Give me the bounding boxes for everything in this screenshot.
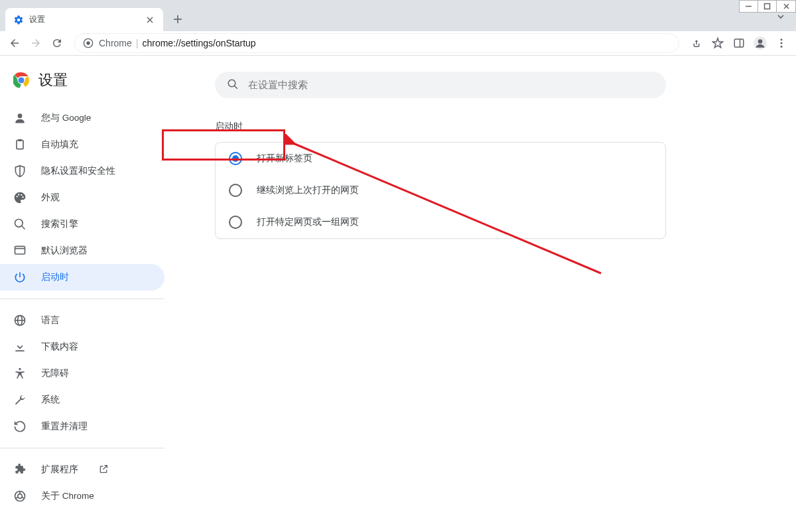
reset-icon (13, 420, 27, 433)
svg-point-20 (18, 113, 23, 118)
close-tab-icon[interactable] (145, 15, 155, 25)
section-title: 启动时 (215, 121, 796, 133)
tab-strip: 设置 (0, 0, 796, 31)
svg-point-14 (781, 38, 783, 40)
new-tab-button[interactable] (168, 10, 187, 29)
toolbar: Chrome|chrome://settings/onStartup (0, 31, 796, 56)
maximize-button[interactable] (758, 1, 777, 12)
open-external-icon (98, 464, 109, 476)
close-window-button[interactable] (777, 1, 795, 12)
nav-item[interactable]: 无障碍 (0, 360, 165, 387)
nav-label: 隐私设置和安全性 (41, 165, 115, 177)
search-icon (227, 78, 239, 92)
radio-option[interactable]: 打开特定网页或一组网页 (216, 206, 665, 238)
shield-icon (13, 165, 27, 178)
back-button[interactable] (5, 34, 24, 52)
nav-item[interactable]: 您与 Google (0, 105, 165, 131)
sidebar: 设置 您与 Google自动填充隐私设置和安全性外观搜索引擎默认浏览器启动时语言… (0, 56, 165, 532)
nav-item[interactable]: 自动填充 (0, 131, 165, 158)
address-bar-text: Chrome|chrome://settings/onStartup (99, 38, 256, 48)
tab-title: 设置 (29, 14, 139, 25)
tab-list-dropdown-icon[interactable] (776, 12, 785, 23)
nav-label: 下载内容 (41, 341, 78, 353)
nav-label: 外观 (41, 192, 60, 204)
radio-label: 继续浏览上次打开的网页 (257, 184, 359, 196)
nav-label: 默认浏览器 (41, 245, 88, 257)
nav-label: 重置并清理 (41, 421, 88, 432)
svg-rect-10 (734, 39, 744, 47)
svg-point-23 (17, 196, 18, 197)
page-body: 设置 您与 Google自动填充隐私设置和安全性外观搜索引擎默认浏览器启动时语言… (0, 56, 796, 532)
person-icon (13, 111, 27, 125)
nav-label: 关于 Chrome (41, 490, 94, 502)
nav-label: 自动填充 (41, 139, 78, 151)
download-icon (13, 340, 27, 354)
nav-item[interactable]: 搜索引擎 (0, 211, 165, 237)
browser-icon (13, 244, 27, 257)
nav-label: 扩展程序 (41, 464, 78, 476)
nav-item[interactable]: 启动时 (0, 264, 165, 291)
nav-item[interactable]: 下载内容 (0, 334, 165, 360)
nav-item[interactable]: 隐私设置和安全性 (0, 158, 165, 184)
search-input[interactable] (248, 80, 654, 90)
svg-point-13 (758, 39, 763, 44)
globe-icon (13, 314, 27, 327)
page-title: 设置 (38, 70, 68, 90)
address-bar-url: chrome://settings/onStartup (142, 38, 255, 48)
nav-item[interactable]: 扩展程序 (0, 456, 165, 483)
svg-point-27 (15, 220, 23, 228)
clipboard-icon (13, 138, 27, 151)
palette-icon (13, 191, 27, 204)
svg-point-15 (781, 42, 783, 44)
menu-icon[interactable] (772, 34, 791, 52)
window-controls (739, 0, 796, 13)
nav-item[interactable]: 默认浏览器 (0, 237, 165, 264)
svg-point-34 (19, 368, 21, 370)
reload-button[interactable] (48, 34, 66, 52)
radio-icon (229, 184, 242, 197)
share-icon[interactable] (687, 34, 706, 52)
main-content: 启动时 打开新标签页继续浏览上次打开的网页打开特定网页或一组网页 (165, 56, 796, 532)
address-bar[interactable]: Chrome|chrome://settings/onStartup (74, 33, 679, 53)
startup-options-card: 打开新标签页继续浏览上次打开的网页打开特定网页或一组网页 (215, 142, 666, 239)
page-header: 设置 (0, 70, 165, 101)
nav-divider (0, 299, 165, 299)
radio-icon (229, 152, 242, 165)
chrome-logo-icon (13, 72, 29, 88)
search-icon (13, 218, 27, 231)
nav-item[interactable]: 语言 (0, 307, 165, 334)
svg-point-40 (228, 80, 235, 87)
svg-point-24 (18, 194, 19, 195)
chrome-page-icon (83, 38, 94, 48)
nav-item[interactable]: 系统 (0, 387, 165, 413)
minimize-button[interactable] (740, 1, 758, 12)
svg-line-41 (234, 86, 237, 89)
accessibility-icon (13, 367, 27, 380)
browser-tab[interactable]: 设置 (5, 8, 163, 31)
svg-line-38 (16, 497, 19, 498)
nav-label: 系统 (41, 394, 60, 406)
wrench-icon (13, 393, 27, 407)
svg-rect-21 (17, 140, 23, 149)
power-icon (13, 271, 27, 284)
radio-label: 打开新标签页 (257, 153, 312, 165)
svg-point-26 (22, 196, 23, 198)
address-bar-product: Chrome (99, 38, 132, 48)
nav-item[interactable]: 关于 Chrome (0, 483, 165, 509)
radio-option[interactable]: 继续浏览上次打开的网页 (216, 174, 665, 206)
nav-label: 启动时 (41, 271, 69, 283)
nav-divider (0, 448, 165, 448)
side-panel-icon[interactable] (730, 34, 748, 52)
svg-rect-22 (19, 139, 22, 141)
forward-button[interactable] (27, 34, 45, 52)
nav-item[interactable]: 外观 (0, 184, 165, 211)
radio-option[interactable]: 打开新标签页 (216, 143, 665, 174)
nav-list: 您与 Google自动填充隐私设置和安全性外观搜索引擎默认浏览器启动时语言下载内… (0, 101, 165, 509)
nav-label: 搜索引擎 (41, 218, 78, 230)
nav-item[interactable]: 重置并清理 (0, 413, 165, 440)
svg-rect-29 (15, 246, 25, 254)
search-box[interactable] (215, 72, 666, 98)
bookmark-icon[interactable] (708, 34, 727, 52)
profile-icon[interactable] (751, 34, 769, 52)
svg-line-39 (22, 497, 25, 498)
